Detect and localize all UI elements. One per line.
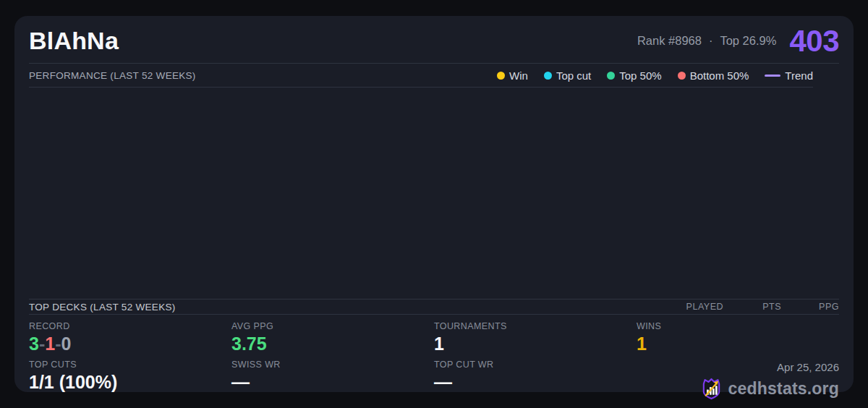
record-losses: 1 (45, 333, 55, 354)
legend-label: Win (509, 69, 528, 82)
points-value: 403 (789, 26, 839, 56)
record-wins: 3 (29, 333, 39, 354)
trend-line-icon (765, 75, 780, 77)
percentile-text: Top 26.9% (720, 34, 776, 48)
record-draws: 0 (61, 333, 71, 354)
site-name: cedhstats.org (728, 379, 839, 399)
player-stats-card: BlAhNa Rank #8968 · Top 26.9% 403 PERFOR… (14, 16, 854, 392)
generated-date: Apr 25, 2026 (637, 361, 839, 373)
stat-label: TOP CUTS (29, 360, 231, 370)
card-header: BlAhNa Rank #8968 · Top 26.9% 403 (29, 16, 839, 64)
top-cut-dot-icon (544, 72, 552, 80)
stat-label: AVG PPG (231, 321, 434, 331)
stat-label: RECORD (29, 321, 231, 331)
record-value: 3-1-0 (29, 334, 231, 354)
legend-label: Top cut (556, 69, 591, 82)
performance-heading: PERFORMANCE (LAST 52 WEEKS) (29, 70, 196, 81)
stat-record: RECORD 3-1-0 (29, 321, 231, 360)
bottom-50-dot-icon (678, 72, 686, 80)
stat-top-cuts: TOP CUTS 1/1 (100%) (29, 360, 231, 401)
cedhstats-logo-icon (700, 377, 723, 401)
rank-line: Rank #8968 · Top 26.9% (637, 34, 776, 48)
record-dash: - (39, 333, 45, 354)
performance-chart-area (29, 88, 839, 299)
top-decks-header-row: TOP DECKS (LAST 52 WEEKS) PLAYED PTS PPG (29, 299, 839, 315)
brand-row: cedhstats.org (637, 377, 839, 401)
column-ppg: PPG (781, 302, 839, 312)
tournaments-value: 1 (434, 334, 637, 354)
stat-top-cut-wr: TOP CUT WR — (434, 360, 637, 401)
stat-wins: WINS 1 (637, 321, 839, 360)
legend-item-win: Win (497, 69, 528, 82)
rank-separator: · (709, 34, 713, 48)
legend-label: Bottom 50% (690, 69, 749, 82)
top-50-dot-icon (607, 72, 615, 80)
rank-text: Rank #8968 (637, 34, 702, 48)
legend-item-bottom-50: Bottom 50% (678, 69, 749, 82)
swiss-wr-value: — (231, 373, 434, 393)
legend-label: Top 50% (619, 69, 661, 82)
legend-item-top-50: Top 50% (607, 69, 661, 82)
stat-label: TOP CUT WR (434, 360, 637, 370)
stat-label: SWISS WR (231, 360, 434, 370)
top-cuts-value: 1/1 (100%) (29, 373, 231, 393)
stat-swiss-wr: SWISS WR — (231, 360, 434, 401)
column-pts: PTS (723, 302, 781, 312)
performance-header-row: PERFORMANCE (LAST 52 WEEKS) Win Top cut … (29, 64, 813, 88)
legend-item-trend: Trend (765, 69, 813, 82)
stat-avg-ppg: AVG PPG 3.75 (231, 321, 434, 360)
header-right: Rank #8968 · Top 26.9% 403 (637, 26, 839, 56)
wins-value: 1 (637, 334, 839, 354)
stat-label: TOURNAMENTS (434, 321, 637, 331)
top-decks-columns: PLAYED PTS PPG (665, 302, 839, 312)
top-decks-heading: TOP DECKS (LAST 52 WEEKS) (29, 302, 176, 313)
card-footer: Apr 25, 2026 ce (637, 360, 839, 401)
stat-label: WINS (637, 321, 839, 331)
chart-legend: Win Top cut Top 50% Bottom 50% Trend (497, 69, 813, 82)
legend-item-top-cut: Top cut (544, 69, 591, 82)
player-name: BlAhNa (29, 27, 119, 55)
win-dot-icon (497, 72, 505, 80)
avg-ppg-value: 3.75 (231, 334, 434, 354)
legend-label: Trend (785, 69, 813, 82)
stat-tournaments: TOURNAMENTS 1 (434, 321, 637, 360)
stats-grid: RECORD 3-1-0 AVG PPG 3.75 TOURNAMENTS 1 … (29, 315, 839, 401)
column-played: PLAYED (665, 302, 723, 312)
top-cut-wr-value: — (434, 373, 637, 393)
